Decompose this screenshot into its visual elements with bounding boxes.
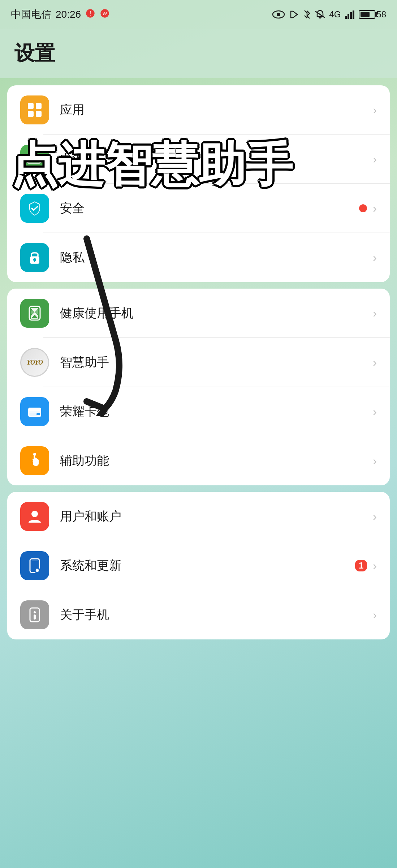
security-chevron: ›: [373, 202, 377, 215]
battery-icon: 58: [359, 9, 386, 20]
security-icon-container: [20, 194, 49, 223]
svg-rect-16: [40, 158, 42, 161]
setting-item-account[interactable]: 用户和账户 ›: [7, 492, 390, 541]
system-icon-container: [20, 551, 49, 580]
svg-rect-25: [28, 409, 41, 411]
security-label: 安全: [60, 200, 359, 217]
svg-rect-39: [34, 614, 36, 620]
svg-rect-14: [36, 111, 42, 117]
eye-icon: [272, 9, 285, 20]
svg-rect-10: [353, 10, 354, 19]
status-left: 中国电信 20:26 ! W: [11, 8, 110, 21]
yoyo-chevron: ›: [373, 356, 377, 369]
privacy-label: 隐私: [60, 249, 373, 266]
security-icon: [26, 200, 43, 217]
privacy-icon-container: [20, 243, 49, 272]
about-icon: [26, 607, 43, 623]
setting-item-health[interactable]: 健康使用手机 ›: [7, 289, 390, 338]
system-label: 系统和更新: [60, 557, 355, 574]
svg-rect-11: [28, 103, 34, 109]
section-3: 用户和账户 › 系统和更新 1 ›: [7, 492, 390, 639]
account-icon: [26, 508, 43, 525]
apps-label: 应用: [60, 102, 373, 118]
privacy-icon: [26, 249, 43, 266]
battery-chevron: ›: [373, 153, 377, 166]
wallet-label: 荣耀卡包: [60, 403, 373, 420]
svg-rect-12: [36, 103, 42, 109]
bluetooth-icon: [303, 9, 311, 20]
nfc-icon: [289, 9, 299, 20]
setting-item-system[interactable]: 系统和更新 1 ›: [7, 541, 390, 590]
about-icon-container: [20, 600, 49, 629]
section-2: 健康使用手机 › YOYO 智慧助手 ›: [7, 289, 390, 485]
signal-icon: 4G: [329, 9, 341, 20]
svg-rect-13: [28, 111, 34, 117]
status-bar: 中国电信 20:26 ! W 4G: [0, 0, 397, 29]
section-1: 应用 › 电池 ›: [7, 85, 390, 282]
accessibility-icon-container: [20, 446, 49, 475]
settings-content: 应用 › 电池 ›: [0, 78, 397, 647]
system-badge: 1: [355, 560, 367, 571]
svg-rect-26: [36, 413, 40, 415]
svg-point-5: [277, 13, 280, 16]
setting-item-battery[interactable]: 电池 ›: [7, 135, 390, 184]
yoyo-label: 智慧助手: [60, 354, 373, 371]
svg-point-29: [33, 453, 36, 456]
security-badge: [359, 204, 367, 212]
setting-item-wallet[interactable]: 荣耀卡包 ›: [7, 387, 390, 436]
apps-icon: [26, 102, 43, 118]
status-right: 4G 58: [272, 9, 386, 20]
time-text: 20:26: [56, 9, 81, 20]
battery-setting-icon: [26, 150, 44, 168]
health-chevron: ›: [373, 307, 377, 320]
privacy-chevron: ›: [373, 251, 377, 264]
accessibility-label: 辅助功能: [60, 452, 373, 469]
mute-icon: [315, 9, 325, 20]
battery-setting-icon-container: [20, 145, 49, 174]
svg-rect-8: [348, 14, 349, 19]
setting-item-privacy[interactable]: 隐私 ›: [7, 233, 390, 282]
health-icon-container: [20, 299, 49, 328]
notification-icons: ! W: [85, 8, 110, 21]
apps-icon-container: [20, 95, 49, 124]
account-label: 用户和账户: [60, 508, 373, 525]
account-chevron: ›: [373, 510, 377, 523]
account-icon-container: [20, 502, 49, 531]
setting-item-yoyo[interactable]: YOYO 智慧助手 ›: [7, 338, 390, 387]
svg-rect-7: [345, 16, 347, 19]
svg-rect-9: [350, 12, 352, 19]
accessibility-icon: [26, 452, 43, 469]
signal-bars-icon: [344, 9, 355, 20]
setting-item-about[interactable]: 关于手机 ›: [7, 590, 390, 639]
header: 设置: [0, 29, 397, 78]
system-chevron: ›: [373, 559, 377, 573]
setting-item-apps[interactable]: 应用 ›: [7, 85, 390, 135]
setting-item-accessibility[interactable]: 辅助功能 ›: [7, 436, 390, 485]
setting-item-security[interactable]: 安全 ›: [7, 184, 390, 233]
wallet-icon: [26, 403, 43, 420]
battery-percent: 58: [376, 9, 386, 20]
health-label: 健康使用手机: [60, 305, 373, 322]
svg-point-30: [31, 511, 38, 517]
wallet-chevron: ›: [373, 405, 377, 418]
yoyo-icon-container: YOYO: [20, 348, 49, 377]
battery-label: 电池: [60, 151, 373, 167]
health-icon: [26, 305, 43, 322]
about-label: 关于手机: [60, 607, 373, 623]
system-icon: [26, 557, 43, 574]
svg-point-38: [34, 611, 36, 613]
page-title: 设置: [14, 40, 383, 67]
accessibility-chevron: ›: [373, 454, 377, 468]
yoyo-text: YOYO: [27, 359, 43, 366]
svg-rect-20: [34, 260, 35, 262]
wallet-icon-container: [20, 397, 49, 426]
svg-rect-28: [29, 411, 40, 413]
about-chevron: ›: [373, 608, 377, 622]
svg-text:W: W: [103, 10, 107, 16]
svg-text:!: !: [90, 10, 91, 16]
carrier-text: 中国电信: [11, 8, 51, 21]
apps-chevron: ›: [373, 103, 377, 117]
